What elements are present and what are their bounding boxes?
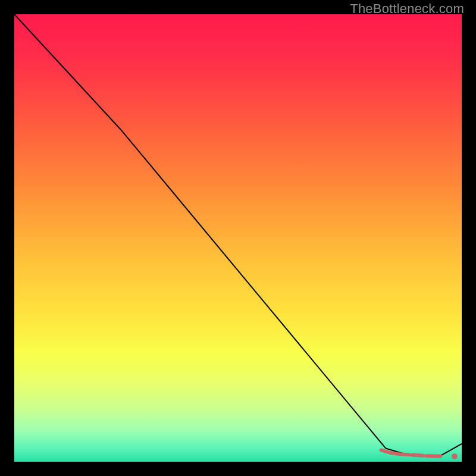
chart-frame: TheBottleneck.com <box>0 0 476 476</box>
gradient-background <box>14 14 462 462</box>
sweet-zone-dash <box>381 450 388 452</box>
bottleneck-chart <box>0 0 476 476</box>
watermark-text: TheBottleneck.com <box>350 1 464 17</box>
sweet-zone-end-dot <box>452 453 458 459</box>
sweet-zone-dash <box>426 456 440 456</box>
sweet-zone-dash <box>399 454 409 455</box>
sweet-zone-dash <box>390 453 397 454</box>
sweet-zone-dash <box>412 455 422 456</box>
